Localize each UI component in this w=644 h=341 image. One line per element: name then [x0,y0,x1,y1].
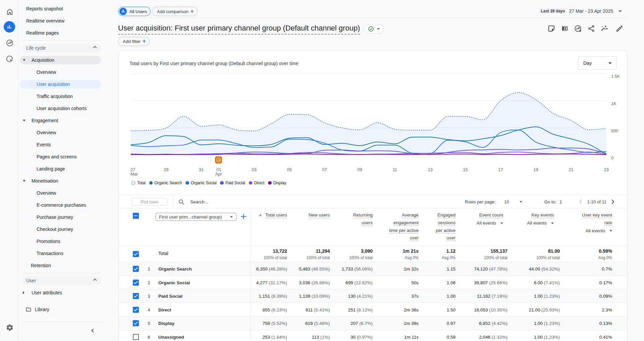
svg-text:0: 0 [611,156,613,160]
next-page-icon[interactable] [609,198,617,206]
sidebar-item-traffic-acquisition[interactable]: Traffic acquisition [19,90,102,102]
sidebar-item-library[interactable]: Library [19,303,102,315]
date-range-selector[interactable]: Last 28 days 27 Mar - 23 Apr 2025 [539,8,622,14]
row-checkbox[interactable] [133,307,139,313]
svg-text:05: 05 [287,167,291,172]
legend-dot-icon [185,181,189,185]
sidebar-item-transactions[interactable]: Transactions [19,247,102,259]
column-header-returning-users[interactable]: Returningusers [353,211,373,227]
comparison-icon[interactable] [561,25,569,33]
sidebar-item-life-cycle[interactable]: Life cycle [19,42,102,54]
legend-item-paid-social[interactable]: Paid Social [220,181,245,185]
reports-icon[interactable] [4,21,15,33]
sidebar-item-reports-snapshot[interactable]: Reports snapshot [19,3,102,15]
sidebar-item-e-commerce-purchases[interactable]: E-commerce purchases [19,199,102,211]
sidebar-item-acquisition[interactable]: Acquisition [19,54,102,66]
chevron-down-icon [230,216,233,218]
sidebar-item-user[interactable]: User [19,275,102,287]
add-filter-label: Add filter [123,39,141,44]
svg-text:17: 17 [498,167,503,172]
table-search[interactable]: Search... [178,195,208,208]
row-number: 6 [144,335,154,340]
column-header-user-key-event-rate[interactable]: User key eventrateAll events [582,211,612,235]
insights-icon[interactable] [574,25,582,33]
rows-per-page-value[interactable]: 10 [504,199,509,204]
row-checkbox[interactable] [133,280,139,286]
metric-cell: 50s [411,280,419,285]
row-checkbox[interactable] [133,293,139,299]
goto-value[interactable]: 1 [559,199,562,204]
sidebar-item-overview[interactable]: Overview [19,66,102,78]
column-header-total-users[interactable]: Total users [258,211,287,219]
column-header-new-users[interactable]: New users [309,211,330,219]
sidebar-item-events[interactable]: Events [19,139,102,151]
row-dimension-value: Display [158,321,174,326]
legend-dot-icon [220,181,224,185]
chevron-down-icon[interactable] [520,201,522,203]
sidebar-item-monetisation[interactable]: Monetisation [19,175,102,187]
legend-item-organic-social[interactable]: Organic Social [185,181,216,185]
metric-cell: 2m 36s [404,307,419,312]
metric-cell: 0.13% [599,321,612,326]
edit-pencil-icon[interactable] [615,25,624,33]
annotation-marker-icon[interactable] [215,156,222,163]
column-header-event-count[interactable]: Event countAll events [476,211,503,227]
report-validity-badge[interactable] [364,24,384,34]
row-checkbox[interactable] [133,334,139,340]
sidebar-item-overview[interactable]: Overview [19,187,102,199]
add-comparison-button[interactable]: Add comparison + [152,7,198,16]
table-row-unassigned: 6Unassigned253 (1.84%)113 (1%)30 (0.97%)… [119,330,627,341]
table-toolbar: Plot rows Search... Rows per page: 10 Go… [119,195,627,208]
sidebar-item-engagement[interactable]: Engagement [19,114,102,127]
all-users-comparison-pill[interactable]: A All Users [118,7,151,16]
metric-cell: 1.00 [447,294,455,299]
sidebar-item-landing-page[interactable]: Landing page [19,163,102,175]
row-dimension-value: Organic Search [158,266,192,272]
legend-label: Display [273,181,286,185]
column-header-average-engagement-time-per-active-user[interactable]: Averageengagementtime per activeuser [389,211,419,242]
previous-page-icon[interactable] [577,198,585,206]
sidebar-item-user-attributes[interactable]: User attributes [19,287,102,299]
add-comparison-label: Add comparison [157,9,189,14]
add-dimension-button[interactable] [239,212,248,221]
legend-item-total[interactable]: Total [131,181,146,185]
column-header-engaged-sessions-per-active-user[interactable]: Engagedsessionsper activeuser [436,211,455,242]
metric-cell: 1.00 (1.23%) [534,335,560,340]
legend-item-display[interactable]: Display [268,181,286,185]
advertising-icon[interactable] [6,55,14,63]
totals-checkbox[interactable] [133,251,139,257]
sidebar-collapse-button[interactable] [89,327,96,334]
sidebar-item-promotions[interactable]: Promotions [19,235,102,247]
select-all-checkbox[interactable] [133,213,139,219]
sidebar-item-user-acquisition-cohorts[interactable]: User acquisition cohorts [19,102,102,114]
plot-rows-button[interactable]: Plot rows [131,198,167,206]
sidebar-item-purchase-journey[interactable]: Purchase journey [19,211,102,223]
chevron-down-icon [551,223,554,224]
legend-item-organic-search[interactable]: Organic Search [149,181,182,185]
metric-cell: 1.00 (1.23%) [534,321,560,326]
column-header-key-events[interactable]: Key eventsAll events [527,211,554,227]
legend-item-direct[interactable]: Direct [249,181,264,185]
timeseries-chart[interactable]: 05001K1.5K27Mar293101Apr0305070911131517… [119,51,628,195]
dimension-select[interactable]: First user prim...channel group) [156,213,236,221]
sidebar-item-pages-and-screens[interactable]: Pages and screens [19,151,102,163]
sidebar-item-retention[interactable]: Retention [19,259,102,272]
sidebar-item-realtime-pages[interactable]: Realtime pages [19,27,102,39]
row-number: 1 [144,266,154,272]
legend-label: Organic Social [191,181,217,185]
sidebar-item-realtime-overview[interactable]: Realtime overview [19,15,102,27]
magic-insights-icon[interactable] [600,25,608,33]
sidebar-item-checkout-journey[interactable]: Checkout journey [19,223,102,235]
sidebar-item-overview[interactable]: Overview [19,127,102,139]
sidebar-item-user-acquisition[interactable]: User acquisition [19,78,102,90]
sticky-note-icon[interactable] [547,25,555,33]
row-number: 5 [144,321,154,326]
row-checkbox[interactable] [133,266,139,272]
home-icon[interactable] [6,8,14,16]
share-icon[interactable] [587,25,595,33]
chevron-down-icon [500,223,503,224]
settings-gear-icon[interactable] [6,324,14,332]
row-checkbox[interactable] [133,320,139,326]
add-filter-button[interactable]: Add filter + [118,37,150,46]
explore-icon[interactable] [6,39,14,47]
